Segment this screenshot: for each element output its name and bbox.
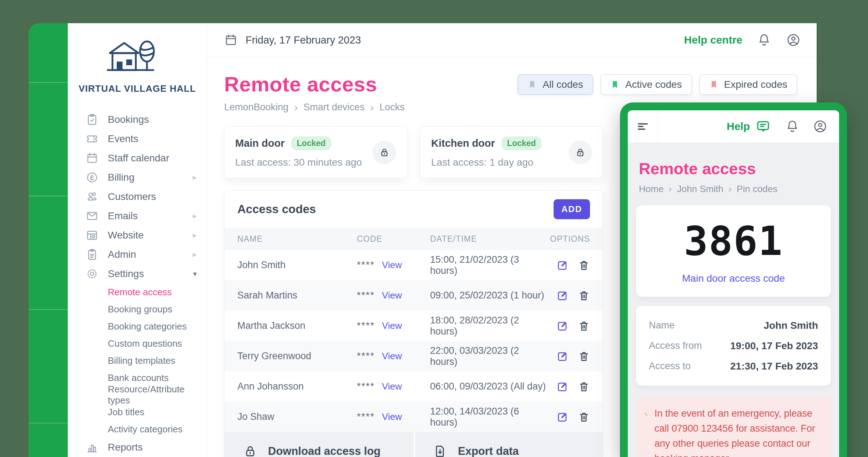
table-row: Jo Shaw ****View 12:00, 14/03/2023 (6 ho…	[224, 402, 603, 432]
breadcrumb-item[interactable]: Home	[639, 184, 663, 195]
phone-page-title: Remote access	[636, 160, 831, 178]
breadcrumb-item[interactable]: Pin codes	[737, 184, 777, 195]
sidebar-item-customers[interactable]: Customers	[68, 187, 207, 206]
submenu-item-custom-questions[interactable]: Custom questions	[108, 335, 207, 352]
delete-icon[interactable]	[578, 320, 590, 332]
filter-all-codes[interactable]: All codes	[518, 74, 593, 95]
lock-icon	[379, 147, 390, 158]
access-details-card: Name John Smith Access from 19:00, 17 Fe…	[636, 306, 831, 386]
phone-body: Remote access Home › John Smith › Pin co…	[628, 142, 839, 457]
edit-icon[interactable]	[556, 290, 569, 302]
sidebar-item-label: Settings	[108, 268, 144, 280]
door-card-main-door: Main door Locked Last access: 30 minutes…	[224, 126, 407, 178]
delete-icon[interactable]	[578, 411, 590, 423]
delete-icon[interactable]	[578, 290, 590, 302]
submenu-item-billing-templates[interactable]: Billing templates	[108, 352, 207, 369]
sidebar-item-label: Website	[108, 230, 144, 241]
filter-active-codes[interactable]: Active codes	[600, 74, 692, 95]
submenu-item-resource-attribute-types[interactable]: Resource/Attribute types	[108, 386, 207, 403]
menu-button[interactable]	[628, 110, 658, 142]
edit-icon[interactable]	[556, 350, 569, 362]
breadcrumb-item[interactable]: Smart devices	[303, 102, 364, 113]
user-avatar-icon[interactable]	[786, 32, 801, 47]
filter-expired-codes[interactable]: Expired codes	[699, 74, 797, 95]
edit-icon[interactable]	[556, 381, 569, 393]
pin-code-caption[interactable]: Main door access code	[682, 273, 785, 284]
view-code-link[interactable]: View	[382, 381, 402, 392]
sidebar-item-bookings[interactable]: Bookings	[68, 110, 207, 129]
decorative-line	[29, 309, 69, 310]
submenu-item-remote-access[interactable]: Remote access	[108, 283, 207, 301]
table-header: NAME CODE DATE/TIME OPTIONS	[224, 228, 603, 250]
export-data-button[interactable]: Export data	[415, 432, 603, 457]
submenu-item-booking-groups[interactable]: Booking groups	[108, 301, 207, 318]
edit-icon[interactable]	[556, 411, 569, 423]
edit-icon[interactable]	[556, 320, 569, 332]
delete-icon[interactable]	[578, 381, 590, 393]
submenu-item-activity-categories[interactable]: Activity categories	[108, 421, 207, 438]
row-name: Ann Johansson	[237, 381, 357, 392]
help-link[interactable]: Help	[727, 120, 750, 132]
submenu-item-job-titles[interactable]: Job titles	[108, 403, 207, 421]
sidebar-item-label: Emails	[108, 210, 138, 222]
help-centre-link[interactable]: Help centre	[684, 34, 742, 46]
download-access-log-button[interactable]: Download access log	[224, 432, 414, 457]
chat-bubble-icon[interactable]	[756, 119, 771, 134]
lock-button[interactable]	[373, 141, 396, 164]
sidebar-item-label: Admin	[108, 249, 136, 260]
breadcrumb-item[interactable]: LemonBooking	[224, 102, 288, 113]
row-name: John Smith	[237, 260, 357, 271]
masked-code: ****	[357, 260, 375, 271]
filter-label: Expired codes	[724, 79, 787, 90]
masked-code: ****	[357, 290, 375, 301]
sidebar-item-label: Customers	[108, 191, 156, 202]
sidebar-item-staff-calendar[interactable]: Staff calendar	[68, 149, 207, 168]
browser-icon	[86, 229, 99, 242]
sidebar-item-settings[interactable]: Settings ▾	[68, 264, 207, 283]
delete-icon[interactable]	[578, 350, 590, 362]
view-code-link[interactable]: View	[382, 260, 402, 271]
bookmark-icon	[528, 80, 537, 89]
detail-value: 19:00, 17 Feb 2023	[730, 340, 818, 352]
view-code-link[interactable]: View	[382, 320, 402, 331]
row-datetime: 18:00, 28/02/2023 (2 hours)	[430, 315, 547, 337]
pound-circle-icon	[86, 171, 99, 184]
view-code-link[interactable]: View	[382, 290, 402, 301]
view-code-link[interactable]: View	[382, 351, 402, 362]
gear-icon	[86, 267, 99, 280]
masked-code: ****	[357, 411, 375, 422]
user-avatar-icon[interactable]	[813, 119, 828, 134]
sidebar-item-reports[interactable]: Reports	[68, 438, 207, 457]
breadcrumb-item[interactable]: Locks	[379, 102, 405, 113]
house-tree-logo-icon	[105, 38, 170, 77]
bell-icon[interactable]	[757, 32, 772, 47]
add-code-button[interactable]: ADD	[554, 199, 590, 219]
phone-screen: Help Remote access Home › John Smith › P…	[628, 110, 839, 457]
chevron-icon: ›	[370, 102, 374, 113]
edit-icon[interactable]	[556, 259, 569, 271]
row-name: Sarah Martins	[237, 290, 357, 301]
sidebar-item-events[interactable]: Events	[68, 129, 207, 149]
table-row: John Smith ****View 15:00, 21/02/2023 (3…	[224, 250, 603, 280]
column-header-datetime: DATE/TIME	[430, 234, 547, 244]
panel-footer: Download access log Export data	[224, 432, 603, 457]
row-name: Martha Jackson	[237, 320, 357, 331]
clipboard-check-icon	[86, 113, 99, 126]
row-name: Terry Greenwood	[237, 351, 357, 362]
sidebar-item-emails[interactable]: Emails ▸	[68, 206, 207, 226]
breadcrumb-item[interactable]: John Smith	[677, 184, 723, 195]
bar-chart-icon	[86, 441, 99, 454]
view-code-link[interactable]: View	[382, 411, 402, 422]
detail-label: Access to	[649, 361, 691, 372]
chevron-right-icon: ▸	[193, 250, 197, 259]
row-datetime: 12:00, 14/03/2023 (6 hours)	[430, 406, 547, 428]
sidebar-item-website[interactable]: Website ▸	[68, 226, 207, 245]
submenu-item-booking-categories[interactable]: Booking categories	[108, 318, 207, 335]
detail-value: John Smith	[764, 320, 818, 331]
decorative-line	[29, 82, 69, 83]
sidebar-item-billing[interactable]: Billing ▸	[68, 168, 207, 187]
sidebar-item-admin[interactable]: Admin ▸	[68, 245, 207, 264]
bell-icon[interactable]	[785, 119, 800, 134]
delete-icon[interactable]	[578, 259, 590, 271]
lock-button[interactable]	[569, 141, 592, 164]
